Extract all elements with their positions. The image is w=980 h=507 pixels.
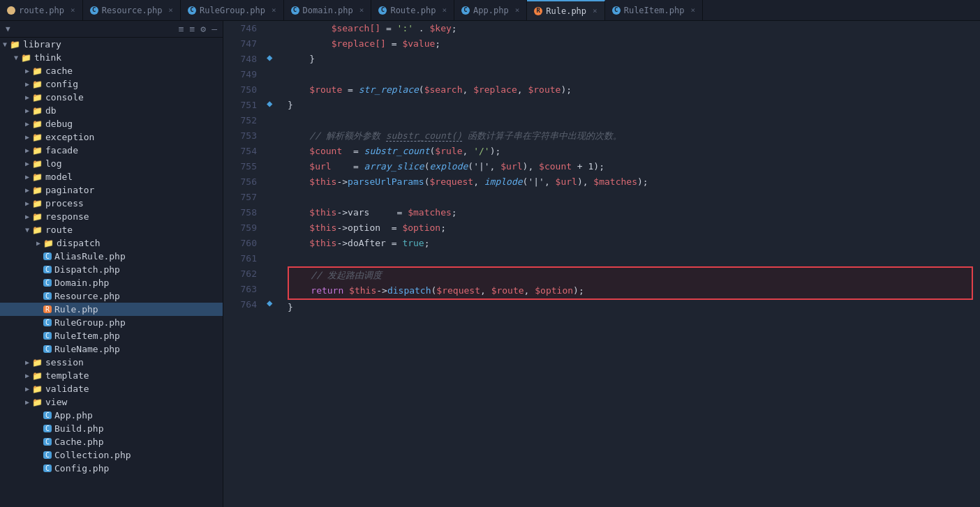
tree-item-library[interactable]: ▼📁 library bbox=[0, 38, 223, 51]
tree-item-RuleGroup-php[interactable]: C RuleGroup.php bbox=[0, 316, 223, 329]
tree-item-RuleItem-php[interactable]: C RuleItem.php bbox=[0, 329, 223, 342]
tree-item-RuleName-php[interactable]: C RuleName.php bbox=[0, 342, 223, 356]
tab-close-app_php[interactable]: × bbox=[515, 6, 520, 15]
gutter-750 bbox=[265, 82, 281, 98]
code-line-750: $route = str_replace($search, $replace, … bbox=[288, 82, 973, 98]
tree-item-model[interactable]: ▶📁 model bbox=[0, 170, 223, 183]
code-token: // 发起路由调度 bbox=[311, 270, 381, 280]
tree-item-paginator[interactable]: ▶📁 paginator bbox=[0, 183, 223, 197]
tab-rule_php[interactable]: RRule.php× bbox=[527, 0, 604, 20]
tree-item-AliasRule-php[interactable]: C AliasRule.php bbox=[0, 250, 223, 263]
tab-ruleitem_php[interactable]: CRuleItem.php× bbox=[605, 0, 703, 20]
tab-bar: route.php×CResource.php×CRuleGroup.php×C… bbox=[0, 0, 980, 21]
tab-icon-rule_php: R bbox=[534, 7, 542, 15]
code-token: $this bbox=[309, 238, 336, 248]
tab-route2_php[interactable]: CRoute.php× bbox=[371, 0, 454, 20]
tree-label: log bbox=[45, 158, 61, 169]
tree-item-validate[interactable]: ▶📁 validate bbox=[0, 382, 223, 395]
tree-item-debug[interactable]: ▶📁 debug bbox=[0, 117, 223, 130]
code-token: ); bbox=[560, 84, 572, 95]
tab-close-route2_php[interactable]: × bbox=[442, 6, 447, 15]
sidebar-header-icons: ≡ ≡ ⚙ — bbox=[179, 24, 217, 34]
code-token: } bbox=[288, 54, 315, 64]
code-token: ':' bbox=[397, 23, 413, 33]
code-lines[interactable]: $search[] = ':' . $key; $replace[] = $va… bbox=[281, 21, 980, 507]
file-c-icon: C bbox=[43, 266, 52, 273]
tree-item-Domain-php[interactable]: C Domain.php bbox=[0, 276, 223, 289]
tree-item-cache[interactable]: ▶📁 cache bbox=[0, 64, 223, 77]
tab-route_php[interactable]: route.php× bbox=[0, 0, 83, 20]
tree-item-response[interactable]: ▶📁 response bbox=[0, 210, 223, 223]
code-line-749 bbox=[288, 67, 973, 82]
code-line-753: // 解析额外参数 substr_count() 函数计算子串在字符串中出现的次… bbox=[288, 128, 973, 144]
tree-item-template[interactable]: ▶📁 template bbox=[0, 369, 223, 382]
tab-close-rulegroup_php[interactable]: × bbox=[272, 6, 276, 15]
line-number-748: 748 bbox=[223, 52, 257, 67]
folder-icon: 📁 bbox=[32, 119, 43, 129]
code-token: $this bbox=[309, 176, 336, 187]
tree-item-console[interactable]: ▶📁 console bbox=[0, 91, 223, 104]
tab-close-resource_php[interactable]: × bbox=[168, 6, 173, 15]
sidebar-icon-gear[interactable]: ⚙ bbox=[200, 24, 206, 34]
code-token: return bbox=[311, 285, 343, 296]
tree-item-process[interactable]: ▶📁 process bbox=[0, 197, 223, 210]
tab-rulegroup_php[interactable]: CRuleGroup.php× bbox=[181, 0, 284, 20]
sidebar-icon-2[interactable]: ≡ bbox=[190, 24, 195, 34]
tab-close-route_php[interactable]: × bbox=[70, 6, 75, 15]
tree-item-view[interactable]: ▶📁 view bbox=[0, 395, 223, 409]
folder-icon: 📁 bbox=[32, 212, 43, 222]
tree-item-Resource-php[interactable]: C Resource.php bbox=[0, 289, 223, 303]
folder-icon: 📁 bbox=[32, 199, 43, 209]
gutter-751: ◆ bbox=[265, 98, 281, 113]
code-line-763: return $this->dispatch($request, $route,… bbox=[288, 283, 973, 300]
code-token: $option bbox=[535, 285, 573, 296]
tree-item-config[interactable]: ▶📁 config bbox=[0, 77, 223, 91]
folder-icon: 📁 bbox=[32, 398, 43, 407]
tab-close-ruleitem_php[interactable]: × bbox=[690, 6, 695, 15]
tree-item-think[interactable]: ▼📁 think bbox=[0, 51, 223, 64]
tree-item-db[interactable]: ▶📁 db bbox=[0, 104, 223, 117]
code-token bbox=[288, 207, 309, 218]
code-token bbox=[289, 270, 311, 280]
tree-label: dispatch bbox=[57, 238, 101, 248]
code-line-752 bbox=[288, 113, 973, 128]
tab-app_php[interactable]: CApp.php× bbox=[454, 0, 527, 20]
code-token: $key bbox=[430, 23, 452, 33]
tree-item-route[interactable]: ▼📁 route bbox=[0, 223, 223, 236]
tree-item-facade[interactable]: ▶📁 facade bbox=[0, 144, 223, 157]
tree-item-App-php[interactable]: C App.php bbox=[0, 409, 223, 422]
gutter-756 bbox=[265, 174, 281, 190]
line-number-763: 763 bbox=[223, 282, 257, 297]
gutter-758 bbox=[265, 205, 281, 220]
tab-domain_php[interactable]: CDomain.php× bbox=[284, 0, 372, 20]
tree-item-Dispatch-php[interactable]: C Dispatch.php bbox=[0, 263, 223, 276]
code-token bbox=[288, 161, 309, 172]
project-collapse-icon[interactable]: ▼ bbox=[6, 24, 10, 33]
code-token: dispatch bbox=[387, 285, 431, 296]
tree-item-Rule-php[interactable]: R Rule.php bbox=[0, 303, 223, 316]
tree-item-log[interactable]: ▶📁 log bbox=[0, 157, 223, 170]
code-token: ( bbox=[424, 176, 430, 187]
bookmark-icon: ◆ bbox=[267, 98, 272, 109]
sidebar-icon-1[interactable]: ≡ bbox=[179, 24, 184, 34]
line-number-762: 762 bbox=[223, 266, 257, 282]
tree-label: db bbox=[45, 105, 57, 116]
tab-close-rule_php[interactable]: × bbox=[593, 6, 597, 15]
code-token bbox=[288, 238, 309, 248]
tree-item-Cache-php[interactable]: C Cache.php bbox=[0, 435, 223, 448]
tree-item-Config-php[interactable]: C Config.php bbox=[0, 462, 223, 475]
sidebar-icon-minus[interactable]: — bbox=[211, 24, 217, 34]
tab-label-route_php: route.php bbox=[19, 6, 64, 15]
tab-resource_php[interactable]: CResource.php× bbox=[83, 0, 181, 20]
tree-item-session[interactable]: ▶📁 session bbox=[0, 356, 223, 369]
folder-icon: 📁 bbox=[21, 53, 31, 63]
tree-item-Collection-php[interactable]: C Collection.php bbox=[0, 448, 223, 462]
gutter-749 bbox=[265, 67, 281, 82]
tree-item-exception[interactable]: ▶📁 exception bbox=[0, 130, 223, 144]
tree-item-dispatch[interactable]: ▶📁 dispatch bbox=[0, 236, 223, 250]
code-line-759: $this->option = $option; bbox=[288, 220, 973, 236]
line-number-753: 753 bbox=[223, 128, 257, 144]
code-token: $route bbox=[491, 285, 524, 296]
tab-close-domain_php[interactable]: × bbox=[359, 6, 364, 15]
tree-item-Build-php[interactable]: C Build.php bbox=[0, 422, 223, 435]
